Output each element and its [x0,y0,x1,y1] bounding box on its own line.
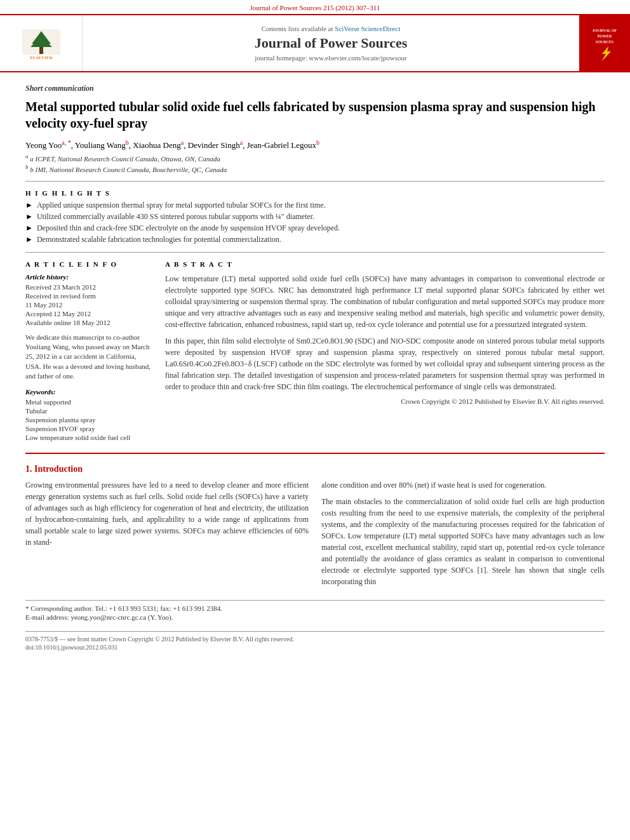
received-revised-date: 11 May 2012 [25,301,152,309]
history-label: Article history: [25,273,152,281]
svg-text:JOURNAL OF: JOURNAL OF [592,29,617,32]
arrow-icon-4: ► [25,235,33,244]
highlights-section: H I G H L I G H T S ► Applied unique sus… [25,189,605,244]
intro-col-right: alone condition and over 80% (net) if wa… [321,479,605,592]
article-info-heading: A R T I C L E I N F O [25,260,152,268]
available-online: Available online 18 May 2012 [25,319,152,326]
intro-heading: 1. Introduction [25,464,605,474]
sciverse-link[interactable]: SciVerse ScienceDirect [335,25,400,32]
abstract-para-2: In this paper, thin film solid electroly… [165,335,605,392]
doi-line: doi:10.1016/j.jpowsour.2012.05.031 [25,644,605,651]
journal-badge-area: JOURNAL OF POWER SOURCES [579,15,630,71]
intro-col1-para1: Growing environmental pressures have led… [25,479,309,548]
affiliation-b: b b IMI, National Research Council Canad… [25,164,605,173]
arrow-icon-3: ► [25,223,33,233]
intro-col2-para1: alone condition and over 80% (net) if wa… [321,479,605,491]
svg-text:ELSEVIER: ELSEVIER [30,55,53,60]
elsevier-logo: ELSEVIER [19,26,64,61]
intro-section: 1. Introduction Growing environmental pr… [25,464,605,592]
arrow-icon-2: ► [25,212,33,222]
elsevier-logo-area: ELSEVIER [0,15,83,71]
abstract-text: Low temperature (LT) metal supported sol… [165,273,605,392]
journal-top-bar: Journal of Power Sources 215 (2012) 307–… [0,0,630,15]
journal-badge: JOURNAL OF POWER SOURCES [584,22,626,65]
copyright-line: Crown Copyright © 2012 Published by Else… [165,397,605,405]
sciverse-text: Contents lists available at [262,25,333,32]
footnote-email: E-mail address: yeong.yoo@nrc-cnrc.gc.ca… [25,613,605,621]
journal-title-header: Journal of Power Sources [255,35,408,51]
header-center: Contents lists available at SciVerse Sci… [83,15,579,71]
highlight-item-3: ► Deposited thin and crack-free SDC elec… [25,223,605,233]
divider-2 [25,252,605,253]
highlight-item-2: ► Utilized commercially available 430 SS… [25,212,605,222]
keyword-5: Low temperature solid oxide fuel cell [25,434,152,441]
footnote-area: * Corresponding author. Tel.: +1 613 993… [25,600,605,621]
intro-two-col: Growing environmental pressures have led… [25,479,605,592]
authors-line: Yeong Yooa, *, Youliang Wangb, Xiaohua D… [25,139,605,150]
keyword-3: Suspension plasma spray [25,416,152,423]
keyword-2: Tubular [25,407,152,415]
footnote-corresponding: * Corresponding author. Tel.: +1 613 993… [25,604,605,612]
highlight-item-1: ► Applied unique suspension thermal spra… [25,201,605,210]
abstract-para-1: Low temperature (LT) metal supported sol… [165,273,605,330]
article-info-abstract: A R T I C L E I N F O Article history: R… [25,260,605,443]
main-content: Short communication Metal supported tubu… [0,72,630,662]
accepted-date: Accepted 12 May 2012 [25,310,152,317]
received-date: Received 23 March 2012 [25,283,152,291]
bottom-bar: 0378-7753/$ — see front matter Crown Cop… [25,631,605,651]
highlights-title: H I G H L I G H T S [25,189,605,197]
keyword-1: Metal supported [25,398,152,406]
elsevier-tree-icon: ELSEVIER [19,26,64,61]
intro-col-left: Growing environmental pressures have led… [25,479,309,592]
divider-1 [25,181,605,182]
article-title: Metal supported tubular solid oxide fuel… [25,98,605,131]
received-revised-label: Received in revised form [25,292,152,300]
svg-text:POWER: POWER [597,34,612,38]
article-info-col: A R T I C L E I N F O Article history: R… [25,260,152,443]
section-type: Short communication [25,84,605,93]
sciverse-line: Contents lists available at SciVerse Sci… [262,25,400,32]
abstract-heading: A B S T R A C T [165,260,605,268]
highlights-list: ► Applied unique suspension thermal spra… [25,201,605,244]
intro-col2-para2: The main obstacles to the commercializat… [321,496,605,587]
journal-badge-icon: JOURNAL OF POWER SOURCES [584,22,626,63]
section-divider [25,453,605,454]
svg-text:SOURCES: SOURCES [595,40,613,44]
journal-homepage: journal homepage: www.elsevier.com/locat… [255,54,406,62]
page: Journal of Power Sources 215 (2012) 307–… [0,0,630,840]
header-area: ELSEVIER Contents lists available at Sci… [0,15,630,72]
journal-citation: Journal of Power Sources 215 (2012) 307–… [250,4,380,11]
keywords-label: Keywords: [25,388,152,396]
issn-line: 0378-7753/$ — see front matter Crown Cop… [25,636,605,643]
arrow-icon-1: ► [25,201,33,210]
highlight-item-4: ► Demonstrated scalable fabrication tech… [25,235,605,244]
abstract-col: A B S T R A C T Low temperature (LT) met… [165,260,605,443]
affiliation-a: a a ICPET, National Research Council Can… [25,153,605,163]
keyword-4: Suspension HVOF spray [25,425,152,432]
dedication-text: We dedicate this manuscript to co-author… [25,333,152,382]
svg-point-4 [39,50,43,53]
keywords-list: Metal supported Tubular Suspension plasm… [25,398,152,441]
